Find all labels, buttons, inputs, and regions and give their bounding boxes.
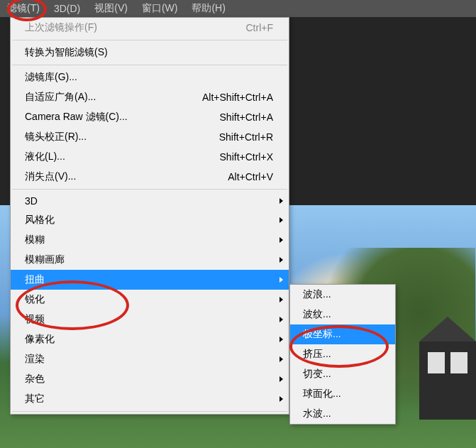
filter-dropdown: 上次滤镜操作(F) Ctrl+F 转换为智能滤镜(S) 滤镜库(G)... 自适… <box>10 17 289 415</box>
chevron-right-icon <box>279 257 283 263</box>
menu-item-convert-smart[interactable]: 转换为智能滤镜(S) <box>11 43 289 62</box>
menu-item-blur[interactable]: 模糊 <box>11 230 289 250</box>
menu-label: 模糊画廊 <box>25 253 65 266</box>
menu-shortcut: Alt+Ctrl+V <box>228 171 273 182</box>
menu-label: 镜头校正(R)... <box>25 131 87 143</box>
menu-view[interactable]: 视图(V) <box>87 0 135 17</box>
submenu-item-zigzag[interactable]: 水波... <box>290 404 395 424</box>
menu-shortcut: Ctrl+F <box>246 22 274 33</box>
menu-item-blur-gallery[interactable]: 模糊画廊 <box>11 250 289 270</box>
menu-help[interactable]: 帮助(H) <box>184 0 232 17</box>
menu-item-liquify[interactable]: 液化(L)... Shift+Ctrl+X <box>11 147 289 167</box>
menu-item-filter-gallery[interactable]: 滤镜库(G)... <box>11 67 289 87</box>
menu-label: 模糊 <box>25 234 45 246</box>
menu-item-noise[interactable]: 杂色 <box>11 369 289 389</box>
submenu-item-pinch[interactable]: 挤压... <box>290 344 395 364</box>
menu-label: 渲染 <box>25 353 45 366</box>
chevron-right-icon <box>279 337 283 342</box>
menu-label: 水波... <box>303 408 331 420</box>
menu-label: 自适应广角(A)... <box>25 91 96 104</box>
menu-label: 扭曲 <box>25 273 45 286</box>
menu-item-render[interactable]: 渲染 <box>11 349 289 369</box>
chevron-right-icon <box>279 297 283 302</box>
menu-shortcut: Shift+Ctrl+A <box>220 111 273 123</box>
menu-label: 转换为智能滤镜(S) <box>25 46 108 59</box>
menu-label: 杂色 <box>25 373 45 386</box>
menu-label: 挤压... <box>303 348 331 361</box>
menu-label: 锐化 <box>25 293 45 306</box>
submenu-item-ripple[interactable]: 波纹... <box>290 305 395 324</box>
menu-item-sharpen[interactable]: 锐化 <box>11 290 289 310</box>
menu-item-3d[interactable]: 3D <box>11 192 289 210</box>
distort-submenu: 波浪... 波纹... 极坐标... 挤压... 切变... 球面化... 水波… <box>289 284 396 425</box>
menu-separator <box>12 65 287 65</box>
menu-item-last-filter[interactable]: 上次滤镜操作(F) Ctrl+F <box>11 18 289 38</box>
submenu-item-wave[interactable]: 波浪... <box>290 285 395 305</box>
menu-label: 上次滤镜操作(F) <box>25 21 97 34</box>
menu-separator <box>12 40 287 40</box>
menu-3d[interactable]: 3D(D) <box>47 1 87 16</box>
chevron-right-icon <box>279 277 283 283</box>
menu-shortcut: Shift+Ctrl+X <box>220 151 273 163</box>
menu-label: 球面化... <box>303 388 341 400</box>
chevron-right-icon <box>279 237 283 243</box>
menu-item-stylize[interactable]: 风格化 <box>11 210 289 230</box>
menu-label: 消失点(V)... <box>25 170 76 183</box>
menu-item-video[interactable]: 视频 <box>11 310 289 329</box>
menu-label: 液化(L)... <box>25 151 65 163</box>
submenu-item-shear[interactable]: 切变... <box>290 364 395 384</box>
menu-label: 滤镜库(G)... <box>25 71 77 84</box>
menu-item-adaptive-wide[interactable]: 自适应广角(A)... Alt+Shift+Ctrl+A <box>11 87 289 107</box>
menu-label: 波浪... <box>303 288 331 301</box>
menu-separator <box>12 189 287 190</box>
submenu-item-polar[interactable]: 极坐标... <box>290 324 395 344</box>
menu-label: 切变... <box>303 368 331 381</box>
menu-label: 其它 <box>25 393 45 405</box>
menu-label: 像素化 <box>25 333 55 346</box>
menu-separator <box>12 411 287 412</box>
chevron-right-icon <box>279 376 283 382</box>
menu-window[interactable]: 窗口(W) <box>135 0 185 17</box>
chevron-right-icon <box>279 317 283 322</box>
house-decoration <box>419 342 476 420</box>
chevron-right-icon <box>279 198 283 204</box>
chevron-right-icon <box>279 217 283 223</box>
chevron-right-icon <box>279 396 283 402</box>
menu-filter[interactable]: 滤镜(T) <box>0 0 47 17</box>
menu-item-camera-raw[interactable]: Camera Raw 滤镜(C)... Shift+Ctrl+A <box>11 107 289 127</box>
chevron-right-icon <box>279 356 283 362</box>
menu-label: 视频 <box>25 313 45 326</box>
menu-item-pixelate[interactable]: 像素化 <box>11 329 289 349</box>
menu-label: 风格化 <box>25 214 55 226</box>
menu-item-distort[interactable]: 扭曲 <box>11 270 289 290</box>
submenu-item-spherize[interactable]: 球面化... <box>290 384 395 404</box>
menubar: 滤镜(T) 3D(D) 视图(V) 窗口(W) 帮助(H) <box>0 0 476 17</box>
menu-item-vanishing[interactable]: 消失点(V)... Alt+Ctrl+V <box>11 167 289 187</box>
menu-shortcut: Alt+Shift+Ctrl+A <box>202 92 273 103</box>
menu-item-other[interactable]: 其它 <box>11 389 289 409</box>
menu-label: 波纹... <box>303 308 331 321</box>
menu-shortcut: Shift+Ctrl+R <box>219 131 273 143</box>
menu-label: 3D <box>25 195 38 207</box>
menu-label: Camera Raw 滤镜(C)... <box>25 111 128 124</box>
menu-label: 极坐标... <box>303 328 341 341</box>
menu-item-lens-correct[interactable]: 镜头校正(R)... Shift+Ctrl+R <box>11 127 289 147</box>
